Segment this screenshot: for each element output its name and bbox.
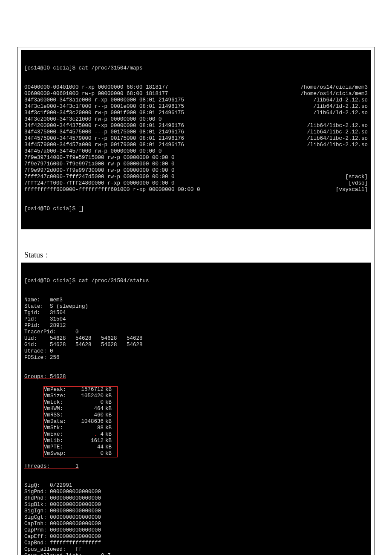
terminal-maps: [os14@IO cicia]$ cat /proc/31504/maps 00… (21, 50, 371, 229)
vm-line: VmPeak:1576712kB (44, 387, 115, 393)
status-line: SigCgt: 0000000000000000 (24, 515, 368, 521)
maps-row: 7fff247c0000-7fff247d5000 rw-p 00000000 … (24, 174, 368, 180)
vm-line: VmPTE:44kB (44, 444, 115, 451)
status-line: CapPrm: 0000000000000000 (24, 527, 368, 534)
vm-line: VmStk:88kB (44, 425, 115, 431)
status-line: Pid: 31504 (24, 316, 368, 323)
status-line: SigIgn: 0000000000000000 (24, 508, 368, 515)
terminal-status: [os14@IO cicia]$ cat /proc/31504/status … (21, 263, 371, 555)
maps-output: 00400000-00401000 r-xp 00000000 68:00 18… (24, 84, 368, 193)
status-line: CapBnd: ffffffffffffffff (24, 540, 368, 546)
threads-line: Threads: 1 (24, 463, 368, 470)
status-line: SigBlk: 0000000000000000 (24, 502, 368, 508)
maps-row: 7fff247ff000-7fff24800000 r-xp 00000000 … (24, 180, 368, 187)
maps-row: 34f4579000-34f457a000 rw-p 00179000 08:0… (24, 142, 368, 148)
status-line: FDSize: 256 (24, 355, 368, 361)
maps-row: 34f4375000-34f4575000 ---p 00175000 08:0… (24, 129, 368, 136)
status-line: SigPnd: 0000000000000000 (24, 489, 368, 495)
status-line: ShdPnd: 0000000000000000 (24, 495, 368, 502)
maps-command: [os14@IO cicia]$ cat /proc/31504/maps (24, 65, 368, 72)
maps-row: ffffffffff600000-ffffffffff601000 r-xp 0… (24, 187, 368, 193)
maps-row: 7f9e39714000-7f9e59715000 rw-p 00000000 … (24, 155, 368, 161)
status-line: Gid: 54628 54628 54628 54628 (24, 342, 368, 348)
status-line: Uid: 54628 54628 54628 54628 (24, 335, 368, 342)
status-line: Cpus_allowed: ff (24, 546, 368, 553)
status-line: State: S (sleeping) (24, 304, 368, 310)
status-line: Cpus_allowed_list: 0-7 (24, 553, 368, 555)
cursor-icon (79, 206, 83, 212)
groups-line: Groups: 54628 (24, 374, 368, 380)
maps-row: 7f9e79716000-7f9e9971a000 rw-p 00000000 … (24, 161, 368, 168)
status-line: CapInh: 0000000000000000 (24, 521, 368, 527)
vm-line: VmSize:1052420kB (44, 393, 115, 399)
vm-line: VmSwap:0kB (44, 451, 115, 457)
maps-row: 34f457a000-34f457f000 rw-p 00000000 00:0… (24, 148, 368, 155)
status-heading: Status： (24, 250, 371, 260)
maps-row: 34f3a00000-34f3a1e000 r-xp 00000000 08:0… (24, 97, 368, 104)
status-pre-groups: Name: mem3State: S (sleeping)Tgid: 31504… (24, 297, 368, 361)
status-line: CapEff: 0000000000000000 (24, 534, 368, 540)
maps-row: 34f4200000-34f4375000 r-xp 00000000 08:0… (24, 123, 368, 129)
vm-line: VmLck:0kB (44, 399, 115, 406)
vm-line: VmData:1048636kB (44, 419, 115, 425)
maps-row: 00600000-00601000 rw-p 00000000 68:00 18… (24, 91, 368, 97)
status-line: Tgid: 31504 (24, 310, 368, 316)
status-command: [os14@IO cicia]$ cat /proc/31504/status (24, 278, 368, 284)
status-line: TracerPid: 0 (24, 329, 368, 335)
maps-row: 7f9e9972d000-7f9e99730000 rw-p 00000000 … (24, 168, 368, 174)
maps-row: 34f3c20000-34f3c21000 rw-p 00000000 00:0… (24, 116, 368, 123)
maps-row: 34f3c1e000-34f3c1f000 r--p 0001e000 08:0… (24, 104, 368, 110)
status-line: Name: mem3 (24, 297, 368, 304)
status-post-threads: SigQ: 0/22991SigPnd: 0000000000000000Shd… (24, 483, 368, 555)
status-line: Utrace: 0 (24, 348, 368, 355)
status-line: PPid: 28912 (24, 323, 368, 329)
maps-row: 00400000-00401000 r-xp 00000000 68:00 18… (24, 84, 368, 91)
vm-line: VmRSS:460kB (44, 412, 115, 419)
maps-row: 34f3c1f000-34f3c20000 rw-p 0001f000 08:0… (24, 110, 368, 116)
document-frame: [os14@IO cicia]$ cat /proc/31504/maps 00… (17, 47, 375, 555)
vm-line: VmLib:1612kB (44, 438, 115, 444)
vm-metrics-box: VmPeak:1576712kBVmSize:1052420kBVmLck:0k… (43, 386, 118, 457)
status-line: SigQ: 0/22991 (24, 483, 368, 489)
vm-line: VmExe:. 4kB (44, 431, 115, 438)
maps-after-prompt: [os14@IO cicia]$ (24, 206, 368, 212)
maps-row: 34f4575000-34f4579000 r--p 00175000 08:0… (24, 136, 368, 142)
vm-line: VmHWM:464kB (44, 406, 115, 412)
